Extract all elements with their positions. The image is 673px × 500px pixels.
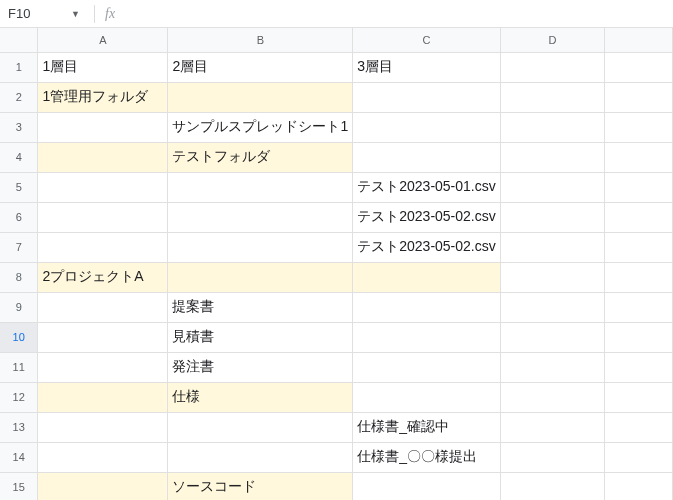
row-header-5[interactable]: 5 [0, 172, 38, 202]
cell-D15[interactable] [500, 472, 604, 500]
formula-input[interactable] [115, 0, 673, 27]
cell-D6[interactable] [500, 202, 604, 232]
cell-E1[interactable] [605, 52, 673, 82]
row-header-13[interactable]: 13 [0, 412, 38, 442]
cell-C4[interactable] [353, 142, 501, 172]
cell-C3[interactable] [353, 112, 501, 142]
cell-A7[interactable] [38, 232, 168, 262]
cell-E9[interactable] [605, 292, 673, 322]
cell-C9[interactable] [353, 292, 501, 322]
row-header-2[interactable]: 2 [0, 82, 38, 112]
cell-D13[interactable] [500, 412, 604, 442]
row-header-3[interactable]: 3 [0, 112, 38, 142]
row-header-4[interactable]: 4 [0, 142, 38, 172]
cell-D2[interactable] [500, 82, 604, 112]
cell-D11[interactable] [500, 352, 604, 382]
chevron-down-icon[interactable]: ▼ [71, 9, 80, 19]
cell-D4[interactable] [500, 142, 604, 172]
cell-D1[interactable] [500, 52, 604, 82]
cell-A2[interactable]: 1管理用フォルダ [38, 82, 168, 112]
cell-A4[interactable] [38, 142, 168, 172]
cell-E10[interactable] [605, 322, 673, 352]
cell-E4[interactable] [605, 142, 673, 172]
cell-B12[interactable]: 仕様 [168, 382, 353, 412]
cell-B5[interactable] [168, 172, 353, 202]
cell-C10[interactable] [353, 322, 501, 352]
cell-C13[interactable]: 仕様書_確認中 [353, 412, 501, 442]
column-header-E[interactable] [605, 28, 673, 52]
row-header-12[interactable]: 12 [0, 382, 38, 412]
cell-A10[interactable] [38, 322, 168, 352]
cell-E12[interactable] [605, 382, 673, 412]
cell-B13[interactable] [168, 412, 353, 442]
cell-B2[interactable] [168, 82, 353, 112]
row-header-7[interactable]: 7 [0, 232, 38, 262]
column-header-B[interactable]: B [168, 28, 353, 52]
cell-D9[interactable] [500, 292, 604, 322]
cell-B8[interactable] [168, 262, 353, 292]
cell-B15[interactable]: ソースコード [168, 472, 353, 500]
cell-C12[interactable] [353, 382, 501, 412]
cell-D8[interactable] [500, 262, 604, 292]
cell-A11[interactable] [38, 352, 168, 382]
cell-A15[interactable] [38, 472, 168, 500]
cell-E6[interactable] [605, 202, 673, 232]
cell-B1[interactable]: 2層目 [168, 52, 353, 82]
row-header-1[interactable]: 1 [0, 52, 38, 82]
row-header-8[interactable]: 8 [0, 262, 38, 292]
cell-B11[interactable]: 発注書 [168, 352, 353, 382]
cell-C1[interactable]: 3層目 [353, 52, 501, 82]
cell-B7[interactable] [168, 232, 353, 262]
cell-E11[interactable] [605, 352, 673, 382]
cell-E5[interactable] [605, 172, 673, 202]
cell-A12[interactable] [38, 382, 168, 412]
cell-D5[interactable] [500, 172, 604, 202]
cell-C8[interactable] [353, 262, 501, 292]
row-header-11[interactable]: 11 [0, 352, 38, 382]
cell-B6[interactable] [168, 202, 353, 232]
cell-A1[interactable]: 1層目 [38, 52, 168, 82]
cell-C14[interactable]: 仕様書_〇〇様提出 [353, 442, 501, 472]
cell-B9[interactable]: 提案書 [168, 292, 353, 322]
cell-D12[interactable] [500, 382, 604, 412]
column-header-C[interactable]: C [353, 28, 501, 52]
cell-E3[interactable] [605, 112, 673, 142]
cell-A14[interactable] [38, 442, 168, 472]
cell-D14[interactable] [500, 442, 604, 472]
row-header-14[interactable]: 14 [0, 442, 38, 472]
cell-B3[interactable]: サンプルスプレッドシート1 [168, 112, 353, 142]
cell-E8[interactable] [605, 262, 673, 292]
cell-A6[interactable] [38, 202, 168, 232]
cell-A3[interactable] [38, 112, 168, 142]
cell-A5[interactable] [38, 172, 168, 202]
cell-A13[interactable] [38, 412, 168, 442]
cell-D3[interactable] [500, 112, 604, 142]
select-all-corner[interactable] [0, 28, 38, 52]
column-header-D[interactable]: D [500, 28, 604, 52]
row-header-6[interactable]: 6 [0, 202, 38, 232]
cell-B10[interactable]: 見積書 [168, 322, 353, 352]
cell-D7[interactable] [500, 232, 604, 262]
cell-A8[interactable]: 2プロジェクトA [38, 262, 168, 292]
name-box[interactable]: F10 ▼ [0, 6, 88, 21]
cell-C6[interactable]: テスト2023-05-02.csv [353, 202, 501, 232]
row-header-10[interactable]: 10 [0, 322, 38, 352]
cell-E15[interactable] [605, 472, 673, 500]
row-header-9[interactable]: 9 [0, 292, 38, 322]
cell-C15[interactable] [353, 472, 501, 500]
row-header-15[interactable]: 15 [0, 472, 38, 500]
cell-C11[interactable] [353, 352, 501, 382]
cell-C7[interactable]: テスト2023-05-02.csv [353, 232, 501, 262]
cell-C2[interactable] [353, 82, 501, 112]
cell-B14[interactable] [168, 442, 353, 472]
cell-E2[interactable] [605, 82, 673, 112]
cell-E14[interactable] [605, 442, 673, 472]
cell-A9[interactable] [38, 292, 168, 322]
cell-E7[interactable] [605, 232, 673, 262]
cell-B4[interactable]: テストフォルダ [168, 142, 353, 172]
cell-C5[interactable]: テスト2023-05-01.csv [353, 172, 501, 202]
column-header-A[interactable]: A [38, 28, 168, 52]
cell-D10[interactable] [500, 322, 604, 352]
cell-E13[interactable] [605, 412, 673, 442]
spreadsheet-grid[interactable]: ABCD11層目2層目3層目21管理用フォルダ3サンプルスプレッドシート14テス… [0, 28, 673, 500]
